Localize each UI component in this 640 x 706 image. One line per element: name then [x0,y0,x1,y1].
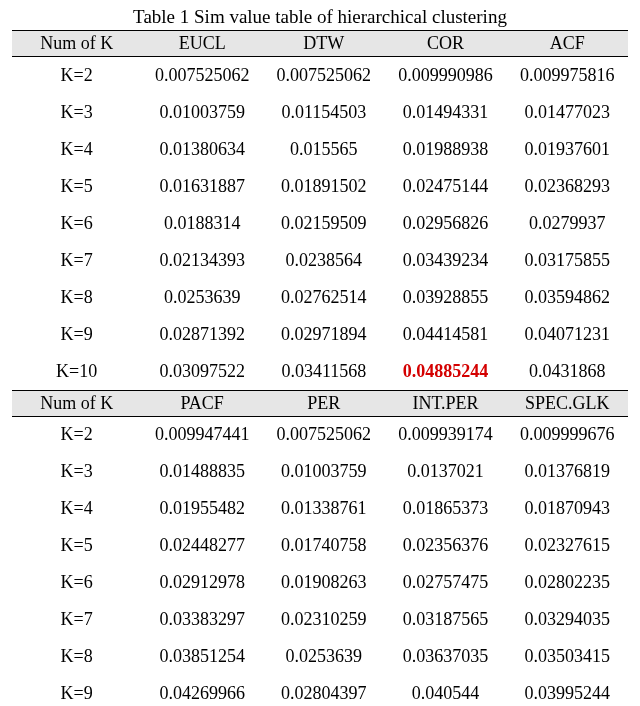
cell-value: 0.03383297 [141,601,263,638]
col-k2: Num of K [12,390,141,416]
cell-value: 0.02448277 [141,527,263,564]
table-row: K=80.02536390.027625140.039288550.035948… [12,279,628,316]
table-row: K=60.029129780.019082630.027574750.02802… [12,564,628,601]
cell-value: 0.04269966 [141,675,263,706]
k-label: K=4 [12,490,141,527]
cell-value: 0.02356376 [385,527,507,564]
col-h2-1: PER [263,390,385,416]
cell-value: 0.01988938 [385,131,507,168]
k-label: K=5 [12,527,141,564]
k-label: K=3 [12,94,141,131]
cell-value: 0.03097522 [141,353,263,390]
k-label: K=2 [12,57,141,94]
cell-value: 0.02134393 [141,242,263,279]
cell-value: 0.0253639 [141,279,263,316]
cell-value: 0.01937601 [506,131,628,168]
cell-value: 0.02871392 [141,316,263,353]
cell-value: 0.02368293 [506,168,628,205]
k-label: K=6 [12,564,141,601]
k-label: K=9 [12,675,141,706]
cell-value: 0.03995244 [506,675,628,706]
k-label: K=6 [12,205,141,242]
cell-value: 0.03594862 [506,279,628,316]
table-row: K=70.033832970.023102590.031875650.03294… [12,601,628,638]
cell-value: 0.02310259 [263,601,385,638]
cell-value: 0.009939174 [385,416,507,453]
col-h1-1: DTW [263,31,385,57]
cell-value: 0.0279937 [506,205,628,242]
col-h2-3: SPEC.GLK [506,390,628,416]
table-row: K=40.019554820.013387610.018653730.01870… [12,490,628,527]
cell-value: 0.007525062 [141,57,263,94]
table-row: K=80.038512540.02536390.036370350.035034… [12,638,628,675]
table-row: K=20.0075250620.0075250620.0099909860.00… [12,57,628,94]
cell-value: 0.009947441 [141,416,263,453]
table-row: K=60.01883140.021595090.029568260.027993… [12,205,628,242]
k-label: K=10 [12,353,141,390]
cell-value: 0.0431868 [506,353,628,390]
cell-value: 0.03411568 [263,353,385,390]
table-title: Table 1 Sim value table of hierarchical … [12,6,628,28]
cell-value: 0.02971894 [263,316,385,353]
table-row: K=50.024482770.017407580.023563760.02327… [12,527,628,564]
k-label: K=9 [12,316,141,353]
cell-value: 0.03851254 [141,638,263,675]
k-label: K=8 [12,279,141,316]
cell-value: 0.009999676 [506,416,628,453]
table-row: K=70.021343930.02385640.034392340.031758… [12,242,628,279]
cell-value: 0.01494331 [385,94,507,131]
k-label: K=7 [12,242,141,279]
col-k: Num of K [12,31,141,57]
cell-value: 0.0137021 [385,453,507,490]
cell-value: 0.009975816 [506,57,628,94]
cell-value: 0.02804397 [263,675,385,706]
cell-value: 0.01376819 [506,453,628,490]
cell-value: 0.02475144 [385,168,507,205]
cell-value: 0.01003759 [141,94,263,131]
k-label: K=5 [12,168,141,205]
k-label: K=2 [12,416,141,453]
cell-value: 0.01631887 [141,168,263,205]
cell-value: 0.007525062 [263,57,385,94]
col-h2-2: INT.PER [385,390,507,416]
cell-value: 0.01477023 [506,94,628,131]
cell-value: 0.02327615 [506,527,628,564]
table-row: K=30.014888350.010037590.01370210.013768… [12,453,628,490]
cell-value: 0.01003759 [263,453,385,490]
cell-value: 0.03439234 [385,242,507,279]
k-label: K=8 [12,638,141,675]
table-row: K=50.016318870.018915020.024751440.02368… [12,168,628,205]
cell-value: 0.009990986 [385,57,507,94]
k-label: K=4 [12,131,141,168]
cell-value: 0.01488835 [141,453,263,490]
table-row: K=20.0099474410.0075250620.0099391740.00… [12,416,628,453]
cell-value: 0.0253639 [263,638,385,675]
cell-value: 0.01338761 [263,490,385,527]
table-lower: Num of K PACF PER INT.PER SPEC.GLK K=20.… [12,390,628,707]
cell-value: 0.02802235 [506,564,628,601]
cell-value: 0.02757475 [385,564,507,601]
cell-value: 0.04071231 [506,316,628,353]
table-row: K=30.010037590.011545030.014943310.01477… [12,94,628,131]
cell-value: 0.02762514 [263,279,385,316]
table-row: K=40.013806340.0155650.019889380.0193760… [12,131,628,168]
table-row: K=90.028713920.029718940.044145810.04071… [12,316,628,353]
cell-value: 0.03637035 [385,638,507,675]
cell-value: 0.03928855 [385,279,507,316]
table-upper: Num of K EUCL DTW COR ACF K=20.007525062… [12,30,628,390]
k-label: K=7 [12,601,141,638]
col-h1-0: EUCL [141,31,263,57]
cell-value: 0.03175855 [506,242,628,279]
table-row: K=90.042699660.028043970.0405440.0399524… [12,675,628,706]
cell-value: 0.02159509 [263,205,385,242]
cell-value: 0.04414581 [385,316,507,353]
cell-value: 0.040544 [385,675,507,706]
col-h2-0: PACF [141,390,263,416]
cell-value: 0.02956826 [385,205,507,242]
cell-value: 0.01891502 [263,168,385,205]
cell-value: 0.03503415 [506,638,628,675]
col-h1-2: COR [385,31,507,57]
table-row: K=100.030975220.034115680.048852440.0431… [12,353,628,390]
cell-value: 0.04885244 [385,353,507,390]
cell-value: 0.01870943 [506,490,628,527]
